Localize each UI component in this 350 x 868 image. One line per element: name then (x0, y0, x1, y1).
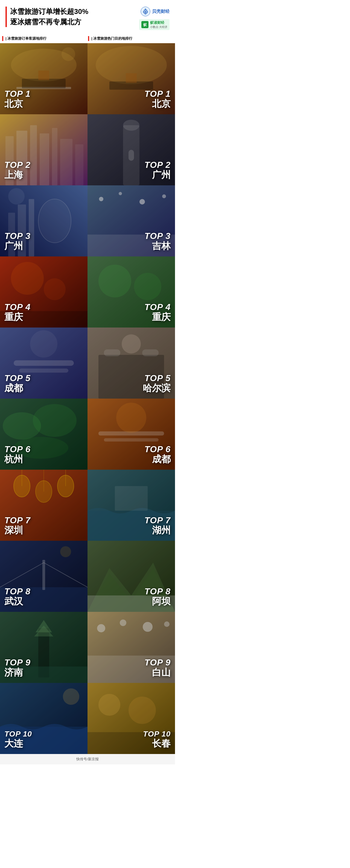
left-text-1: TOP 1 北京 (4, 89, 31, 110)
right-section-header: | 冰雪旅游热门目的地排行 (88, 36, 173, 41)
grid-row-3: TOP 3 广州 TOP 3 吉林 (0, 185, 175, 256)
right-city-2: 广州 (145, 169, 171, 180)
right-text-2: TOP 2 广州 (145, 160, 171, 180)
left-text-5: TOP 5 成都 (4, 374, 31, 394)
left-card-2: TOP 2 上海 (0, 114, 88, 185)
right-text-9: TOP 9 白山 (145, 658, 171, 678)
left-card-4: TOP 4 重庆 (0, 256, 88, 328)
right-rank-10: TOP 10 (143, 730, 171, 738)
right-city-1: 北京 (145, 98, 171, 110)
left-city-9: 济南 (4, 667, 31, 678)
right-rank-9: TOP 9 (145, 658, 171, 667)
right-card-6: TOP 6 成都 (88, 399, 175, 470)
shudu-sub: 小数点·大经济 (150, 25, 167, 29)
right-card-4: TOP 4 重庆 (88, 256, 175, 328)
left-card-1: TOP 1 北京 (0, 43, 88, 114)
grid: TOP 1 北京 TOP 1 北京 (0, 43, 175, 754)
left-rank-9: TOP 9 (4, 658, 31, 667)
right-card-7: TOP 7 湖州 (88, 470, 175, 541)
left-card-10: TOP 10 大连 (0, 683, 88, 754)
left-card-7: TOP 7 深圳 (0, 470, 88, 541)
grid-row-4: TOP 4 重庆 TOP 4 重庆 (0, 256, 175, 328)
right-city-8: 阿坝 (145, 596, 171, 607)
right-rank-3: TOP 3 (145, 231, 171, 240)
right-rank-6: TOP 6 (145, 445, 171, 454)
left-card-6: TOP 6 杭州 (0, 399, 88, 470)
left-card-5: TOP 5 成都 (0, 328, 88, 399)
grid-row-6: TOP 6 杭州 TOP 6 成都 (0, 399, 175, 470)
left-text-6: TOP 6 杭州 (4, 445, 31, 465)
grid-row-5: TOP 5 成都 TOP 5 哈尔滨 (0, 328, 175, 399)
grid-row-1: TOP 1 北京 TOP 1 北京 (0, 43, 175, 114)
right-rank-1: TOP 1 (145, 89, 171, 98)
right-rank-2: TOP 2 (145, 160, 171, 169)
grid-row-7: TOP 7 深圳 TOP 7 湖州 (0, 470, 175, 541)
right-rank-8: TOP 8 (145, 587, 171, 596)
left-city-4: 重庆 (4, 311, 31, 322)
right-text-4: TOP 4 重庆 (145, 303, 171, 322)
left-rank-3: TOP 3 (4, 231, 31, 240)
title-line2: 逐冰嬉雪不再专属北方 (10, 17, 88, 27)
left-text-8: TOP 8 武汉 (4, 587, 31, 607)
left-rank-4: TOP 4 (4, 303, 31, 311)
header-title: 冰雪旅游订单增长超30% 逐冰嬉雪不再专属北方 (5, 6, 88, 27)
left-city-7: 深圳 (4, 525, 31, 536)
left-rank-5: TOP 5 (4, 374, 31, 382)
shudu-name: 蚁读财经 (150, 20, 167, 25)
left-section-header: | 冰雪旅游订单客源地排行 (2, 36, 87, 41)
right-text-5: TOP 5 哈尔滨 (143, 374, 171, 394)
right-text-3: TOP 3 吉林 (145, 231, 171, 251)
footer: 快传号/新京报 (0, 754, 175, 765)
right-card-1: TOP 1 北京 (88, 43, 175, 114)
left-card-8: TOP 8 武汉 (0, 541, 88, 612)
right-city-10: 长春 (143, 738, 171, 749)
header-section: 冰雪旅游订单增长超30% 逐冰嬉雪不再专属北方 贝壳财经 蚁 (0, 0, 175, 34)
svg-text:蚁: 蚁 (143, 23, 147, 27)
beike-name: 贝壳财经 (152, 9, 169, 14)
right-city-9: 白山 (145, 667, 171, 678)
left-text-10: TOP 10 大连 (4, 730, 32, 749)
right-city-3: 吉林 (145, 240, 171, 251)
left-city-1: 北京 (4, 98, 31, 110)
left-rank-2: TOP 2 (4, 160, 31, 169)
right-card-3: TOP 3 吉林 (88, 185, 175, 256)
left-text-4: TOP 4 重庆 (4, 303, 31, 322)
left-text-9: TOP 9 济南 (4, 658, 31, 678)
grid-row-10: TOP 10 大连 TOP 10 长春 (0, 683, 175, 754)
left-rank-7: TOP 7 (4, 516, 31, 525)
left-city-8: 武汉 (4, 596, 31, 607)
right-text-8: TOP 8 阿坝 (145, 587, 171, 607)
left-text-2: TOP 2 上海 (4, 160, 31, 180)
beike-icon (140, 6, 150, 17)
title-line1: 冰雪旅游订单增长超30% (10, 6, 88, 17)
left-city-2: 上海 (4, 169, 31, 180)
right-card-8: TOP 8 阿坝 (88, 541, 175, 612)
shudu-text: 蚁读财经 小数点·大经济 (150, 20, 167, 29)
right-rank-7: TOP 7 (145, 516, 171, 525)
right-city-6: 成都 (145, 454, 171, 465)
left-city-5: 成都 (4, 382, 31, 394)
logos-section: 贝壳财经 蚁 蚁读财经 小数点·大经济 (139, 6, 169, 30)
right-card-10: TOP 10 长春 (88, 683, 175, 754)
right-rank-4: TOP 4 (145, 303, 171, 311)
right-city-4: 重庆 (145, 311, 171, 322)
left-city-10: 大连 (4, 738, 32, 749)
left-card-9: TOP 9 济南 (0, 612, 88, 683)
right-card-9: TOP 9 白山 (88, 612, 175, 683)
left-city-6: 杭州 (4, 454, 31, 465)
left-rank-8: TOP 8 (4, 587, 31, 596)
beike-logo: 贝壳财经 (140, 6, 169, 17)
left-text-3: TOP 3 广州 (4, 231, 31, 251)
left-city-3: 广州 (4, 240, 31, 251)
right-text-7: TOP 7 湖州 (145, 516, 171, 536)
grid-row-2: TOP 2 上海 TOP 2 广州 (0, 114, 175, 185)
shudu-icon: 蚁 (141, 21, 149, 28)
right-card-2: TOP 2 广州 (88, 114, 175, 185)
right-text-1: TOP 1 北京 (145, 89, 171, 110)
left-rank-10: TOP 10 (4, 730, 32, 738)
right-card-5: TOP 5 哈尔滨 (88, 328, 175, 399)
grid-row-8: TOP 8 武汉 TOP 8 阿坝 (0, 541, 175, 612)
grid-row-9: TOP 9 济南 TOP 9 白山 (0, 612, 175, 683)
left-card-3: TOP 3 广州 (0, 185, 88, 256)
left-text-7: TOP 7 深圳 (4, 516, 31, 536)
